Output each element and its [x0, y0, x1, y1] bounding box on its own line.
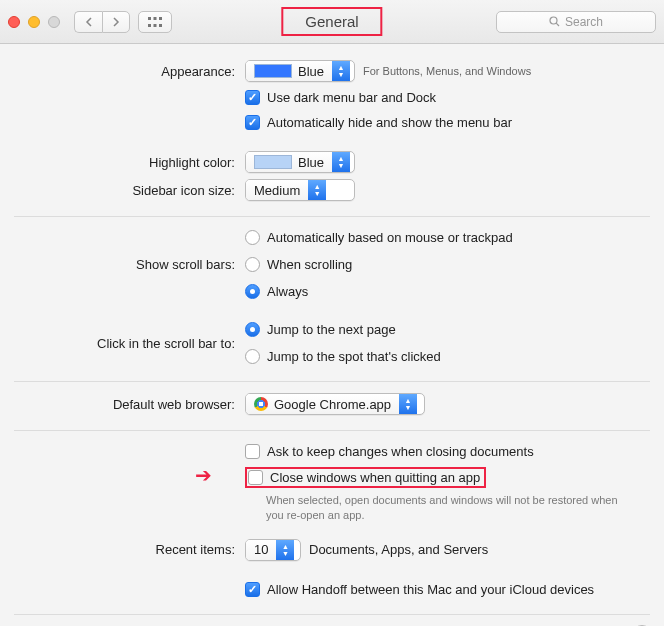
separator	[14, 216, 650, 217]
content-pane: Appearance: Blue ▲▼ For Buttons, Menus, …	[0, 44, 664, 626]
updown-icon: ▲▼	[332, 152, 350, 172]
window-title: General	[281, 7, 382, 36]
highlight-select[interactable]: Blue ▲▼	[245, 151, 355, 173]
jump-page-label: Jump to the next page	[267, 322, 396, 337]
search-icon	[549, 16, 560, 27]
titlebar: General Search	[0, 0, 664, 44]
scrollclick-label: Click in the scroll bar to:	[0, 336, 245, 351]
separator	[14, 430, 650, 431]
appearance-value: Blue	[298, 64, 324, 79]
blue-swatch-icon	[254, 64, 292, 78]
scroll-when-label: When scrolling	[267, 257, 352, 272]
updown-icon: ▲▼	[332, 61, 350, 81]
separator	[14, 614, 650, 615]
close-windows-help: When selected, open documents and window…	[266, 493, 624, 523]
recent-label: Recent items:	[0, 542, 245, 557]
recent-value: 10	[254, 542, 268, 557]
ask-keep-label: Ask to keep changes when closing documen…	[267, 444, 534, 459]
svg-rect-2	[159, 17, 162, 20]
updown-icon: ▲▼	[308, 180, 326, 200]
ask-keep-checkbox[interactable]	[245, 444, 260, 459]
scroll-auto-radio[interactable]	[245, 230, 260, 245]
back-button[interactable]	[74, 11, 102, 33]
nav-buttons	[74, 11, 130, 33]
traffic-lights	[8, 16, 60, 28]
separator	[14, 381, 650, 382]
appearance-caption: For Buttons, Menus, and Windows	[363, 65, 531, 77]
search-input[interactable]: Search	[496, 11, 656, 33]
updown-icon: ▲▼	[276, 540, 294, 560]
handoff-checkbox[interactable]	[245, 582, 260, 597]
chevron-right-icon	[112, 17, 120, 27]
lightblue-swatch-icon	[254, 155, 292, 169]
sidebar-size-value: Medium	[254, 183, 300, 198]
scroll-when-radio[interactable]	[245, 257, 260, 272]
chevron-left-icon	[85, 17, 93, 27]
close-icon[interactable]	[8, 16, 20, 28]
browser-value: Google Chrome.app	[274, 397, 391, 412]
highlight-value: Blue	[298, 155, 324, 170]
svg-rect-0	[148, 17, 151, 20]
recent-caption: Documents, Apps, and Servers	[309, 542, 488, 557]
scroll-auto-label: Automatically based on mouse or trackpad	[267, 230, 513, 245]
appearance-label: Appearance:	[0, 64, 245, 79]
handoff-label: Allow Handoff between this Mac and your …	[267, 582, 594, 597]
auto-hide-label: Automatically hide and show the menu bar	[267, 115, 512, 130]
forward-button[interactable]	[102, 11, 130, 33]
jump-spot-label: Jump to the spot that's clicked	[267, 349, 441, 364]
scrollbars-label: Show scroll bars:	[0, 257, 245, 272]
close-windows-label: Close windows when quitting an app	[270, 470, 480, 485]
zoom-icon	[48, 16, 60, 28]
close-windows-checkbox[interactable]	[248, 470, 263, 485]
minimize-icon[interactable]	[28, 16, 40, 28]
annotation-arrow-icon: ➔	[195, 463, 212, 487]
search-placeholder: Search	[565, 15, 603, 29]
scroll-always-label: Always	[267, 284, 308, 299]
recent-select[interactable]: 10 ▲▼	[245, 539, 301, 561]
auto-hide-checkbox[interactable]	[245, 115, 260, 130]
svg-point-6	[550, 17, 557, 24]
chrome-icon	[254, 397, 268, 411]
grid-icon	[148, 17, 162, 27]
browser-select[interactable]: Google Chrome.app ▲▼	[245, 393, 425, 415]
sidebar-size-label: Sidebar icon size:	[0, 183, 245, 198]
updown-icon: ▲▼	[399, 394, 417, 414]
scroll-always-radio[interactable]	[245, 284, 260, 299]
jump-spot-radio[interactable]	[245, 349, 260, 364]
svg-line-7	[556, 23, 559, 26]
dark-menu-label: Use dark menu bar and Dock	[267, 90, 436, 105]
dark-menu-checkbox[interactable]	[245, 90, 260, 105]
sidebar-size-select[interactable]: Medium ▲▼	[245, 179, 355, 201]
jump-page-radio[interactable]	[245, 322, 260, 337]
svg-rect-3	[148, 24, 151, 27]
preferences-window: General Search Appearance: Blue ▲▼ For B…	[0, 0, 664, 626]
annotation-highlight: Close windows when quitting an app	[245, 467, 486, 488]
svg-rect-1	[154, 17, 157, 20]
highlight-label: Highlight color:	[0, 155, 245, 170]
browser-label: Default web browser:	[0, 397, 245, 412]
svg-rect-5	[159, 24, 162, 27]
show-all-button[interactable]	[138, 11, 172, 33]
appearance-select[interactable]: Blue ▲▼	[245, 60, 355, 82]
svg-rect-4	[154, 24, 157, 27]
